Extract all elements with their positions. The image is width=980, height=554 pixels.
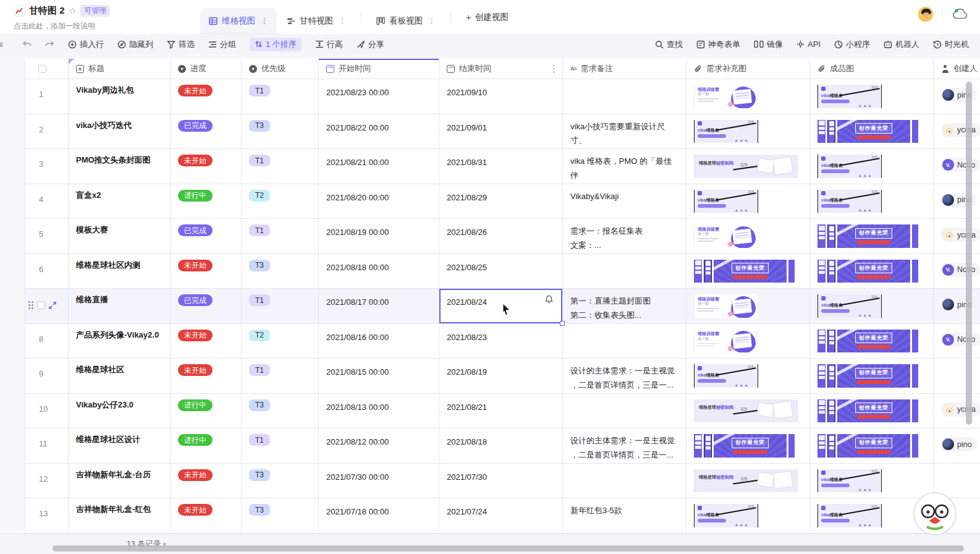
time-machine-button[interactable]: 时光机	[933, 39, 969, 50]
request-images-cell[interactable]: 维格训练营第一期	[686, 219, 810, 254]
title-cell[interactable]: vika小技巧迭代	[69, 114, 171, 150]
final-images-cell[interactable]: 325 vika维格表 ▲▲▲	[810, 184, 934, 219]
progress-cell[interactable]: 进行中	[171, 394, 242, 429]
attachment-thumbnail-phone[interactable]	[827, 434, 835, 458]
api-button[interactable]: API	[796, 40, 821, 49]
title-cell[interactable]: 维格星球社区内测	[69, 254, 171, 289]
request-images-cell[interactable]: 325 vika维格表 ▲▲▲	[686, 359, 810, 394]
final-images-cell[interactable]: 325 vika维格表 ▲▲▲	[810, 79, 934, 114]
title-cell[interactable]: 吉祥物新年礼盒-红包	[69, 498, 171, 534]
start-date-cell[interactable]: 2021/08/21 00:00	[319, 149, 439, 184]
start-date-cell[interactable]: 2021/08/22 00:00	[319, 114, 439, 150]
attachment-thumbnail-training[interactable]: 维格训练营第一期	[694, 330, 758, 353]
final-images-cell[interactable]: 创作最光荣	[810, 394, 934, 429]
title-cell[interactable]: 产品系列头像-Vikay2.0	[69, 324, 171, 359]
end-date-cell[interactable]: 2021/08/21	[439, 394, 563, 429]
attachment-thumbnail-phone[interactable]	[912, 260, 918, 283]
vikaby-mascot[interactable]	[912, 491, 958, 537]
priority-cell[interactable]: T3	[242, 498, 319, 534]
attachment-thumbnail-vika[interactable]: 325 vika维格表 ▲▲▲	[817, 190, 882, 213]
attachment-thumbnail-vika[interactable]: 325 vika维格表 ▲▲▲	[694, 364, 758, 388]
request-images-cell[interactable]: 维格训练营第一期	[686, 79, 810, 114]
start-date-cell[interactable]: 2021/08/19 00:00	[319, 219, 439, 254]
remark-cell[interactable]: 设计的主体需求：一是主视觉 ，二是首页详情页，三是一...	[563, 359, 686, 394]
request-images-cell[interactable]: 325 vika维格表 ▲▲▲	[686, 184, 810, 219]
attachment-thumbnail-phone[interactable]	[788, 260, 795, 283]
progress-cell[interactable]: 未开始	[171, 359, 242, 394]
cell-fill-handle[interactable]	[560, 321, 565, 326]
attachment-thumbnail-phone[interactable]	[817, 364, 826, 388]
attachment-thumbnail-phone[interactable]	[817, 330, 826, 353]
favorite-star-icon[interactable]: ☆	[69, 6, 77, 15]
attachment-thumbnail-contest[interactable]: 创作最光荣	[837, 364, 910, 388]
request-images-cell[interactable]: 创作最光荣	[686, 254, 810, 289]
remark-cell[interactable]: vika小技巧需要重新设计尺寸、 背景、封面，以及新增字幕...	[563, 114, 686, 150]
attachment-thumbnail-contest[interactable]: 创作最光荣	[837, 224, 910, 248]
end-date-cell[interactable]: 2021/09/10	[439, 79, 563, 114]
start-date-cell[interactable]: 2021/08/13 00:00	[319, 394, 439, 429]
priority-cell[interactable]: T3	[242, 254, 319, 289]
column-header-title[interactable]: A标题	[69, 59, 171, 79]
column-header-progress[interactable]: ▾进度	[171, 59, 242, 79]
column-header-priority[interactable]: ▾优先级	[242, 59, 319, 79]
remark-cell[interactable]: 新年红包3-5款	[563, 498, 686, 534]
row-number-cell[interactable]: 2	[25, 114, 69, 150]
select-all-checkbox[interactable]	[38, 65, 46, 73]
final-images-cell[interactable]: 325 vika维格表 ▲▲▲	[810, 289, 934, 324]
attachment-thumbnail-vika[interactable]: 325 vika维格表 ▲▲▲	[817, 469, 882, 493]
alarm-bell-icon[interactable]	[544, 294, 554, 306]
progress-cell[interactable]: 进行中	[171, 428, 242, 464]
attachment-thumbnail-phone[interactable]	[817, 399, 826, 423]
request-images-cell[interactable]: 维格星球秘密刷阅 325	[686, 464, 810, 499]
end-date-cell[interactable]: 2021/08/26	[439, 219, 563, 254]
end-date-cell[interactable]: 2021/08/19	[439, 359, 563, 394]
title-cell[interactable]: 盲盒x2	[69, 184, 171, 219]
creator-cell[interactable]	[934, 359, 980, 394]
attachment-thumbnail-contest[interactable]: 创作最光荣	[714, 260, 787, 283]
attachment-thumbnail-contest[interactable]: 创作最光荣	[837, 434, 910, 458]
attachment-thumbnail-vika[interactable]: 325 vika维格表 ▲▲▲	[694, 190, 758, 213]
share-button[interactable]: 分享	[357, 39, 384, 50]
attachment-thumbnail-phone[interactable]	[912, 364, 918, 388]
search-button[interactable]: 查找	[655, 39, 683, 50]
attachment-thumbnail-contest[interactable]: 创作最光荣	[837, 260, 910, 283]
attachment-thumbnail-vika[interactable]: 325 vika维格表 ▲▲▲	[817, 155, 882, 178]
end-date-cell[interactable]: 2021/08/23	[439, 324, 563, 359]
priority-cell[interactable]: T3	[242, 114, 319, 150]
attachment-thumbnail-phone[interactable]	[817, 434, 826, 458]
end-date-cell[interactable]: 2021/08/29	[439, 184, 563, 219]
creator-cell[interactable]: ycma	[934, 114, 980, 150]
row-number-cell[interactable]: 5	[25, 219, 69, 254]
hamburger-icon[interactable]: ≡	[0, 39, 6, 49]
attachment-thumbnail-planet[interactable]: 维格星球秘密刷阅 325	[694, 399, 798, 423]
creator-cell[interactable]: V. Notio	[934, 149, 980, 184]
priority-cell[interactable]: T1	[242, 149, 319, 184]
remark-cell[interactable]: 第一：直播主题封面图 第二：收集表头图...	[563, 289, 686, 324]
column-menu-icon[interactable]: •••	[552, 64, 555, 74]
mirror-button[interactable]: 镜像	[754, 39, 783, 50]
progress-cell[interactable]: 未开始	[171, 254, 242, 289]
attachment-thumbnail-phone[interactable]	[912, 224, 918, 248]
end-date-cell[interactable]: 2021/08/24	[439, 289, 563, 324]
tab-menu-icon[interactable]: ⋮	[339, 17, 346, 25]
attachment-thumbnail-phone[interactable]	[912, 120, 918, 143]
priority-cell[interactable]: T2	[242, 184, 319, 219]
priority-cell[interactable]: T1	[242, 289, 319, 324]
end-date-cell[interactable]: 2021/08/31	[439, 149, 563, 184]
final-images-cell[interactable]: 325 vika维格表 ▲▲▲	[810, 149, 934, 184]
row-number-cell[interactable]: 11	[25, 428, 69, 464]
row-number-cell[interactable]: 1	[25, 79, 69, 114]
attachment-thumbnail-contest[interactable]: 创作最光荣	[837, 399, 910, 423]
attachment-thumbnail-phone[interactable]	[827, 120, 835, 143]
creator-cell[interactable]: pino	[934, 428, 980, 464]
progress-cell[interactable]: 进行中	[171, 184, 242, 219]
end-date-cell[interactable]: 2021/08/25	[439, 254, 563, 289]
sync-cloud-icon[interactable]	[952, 7, 969, 21]
end-date-cell[interactable]: 2021/08/18	[439, 428, 563, 464]
start-date-cell[interactable]: 2021/08/18 00:00	[319, 254, 439, 289]
attachment-thumbnail-phone[interactable]	[827, 399, 835, 423]
start-date-cell[interactable]: 2021/08/23 00:00	[319, 79, 439, 114]
tab-kanban-view[interactable]: 看板视图 ⋮	[368, 8, 444, 34]
start-date-cell[interactable]: 2021/08/16 00:00	[319, 324, 439, 359]
widget-button[interactable]: 小程序	[834, 39, 870, 50]
